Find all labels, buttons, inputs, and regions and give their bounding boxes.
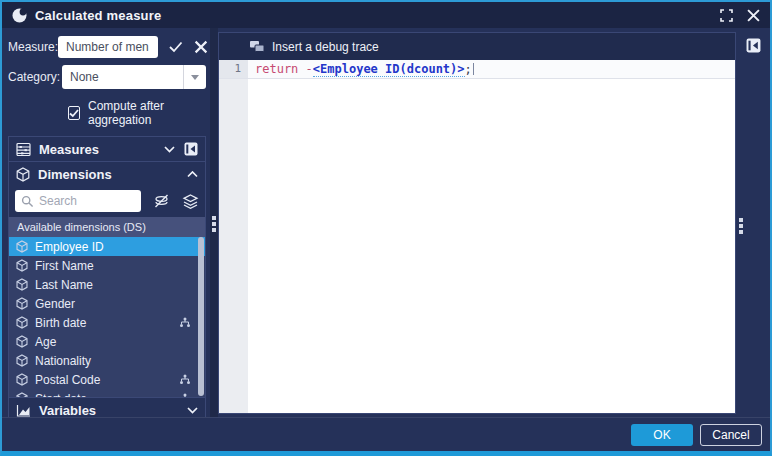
splitter-grip-icon xyxy=(212,216,216,232)
dimension-cube-icon xyxy=(16,335,28,348)
hierarchy-icon xyxy=(179,374,191,385)
confirm-measure-icon[interactable] xyxy=(169,41,183,53)
dimension-list-scrollbar[interactable] xyxy=(198,237,204,396)
section-measures: Measures xyxy=(8,136,206,162)
section-dimensions: Dimensions xyxy=(8,161,206,398)
dimension-list: Available dimensions (DS) Employee ID Fi… xyxy=(9,217,205,397)
category-row: Category: None xyxy=(8,65,206,89)
dimension-items: Employee ID First Name Last Name xyxy=(9,237,205,397)
measures-section-header[interactable]: Measures xyxy=(9,137,205,161)
dimension-item-label: Start date xyxy=(35,392,179,398)
measure-label: Measure: xyxy=(8,40,58,54)
dimension-cube-icon xyxy=(16,259,28,272)
dimension-item[interactable]: Nationality xyxy=(9,351,205,370)
hide-empty-filter-icon[interactable] xyxy=(153,194,170,208)
accordion: Measures xyxy=(8,136,206,448)
editor-gutter xyxy=(219,79,248,413)
dimension-cube-icon xyxy=(16,240,28,253)
measures-expand-chevron-icon[interactable] xyxy=(164,146,175,153)
dimension-item-label: Birth date xyxy=(35,316,179,330)
dimension-item[interactable]: Employee ID xyxy=(9,237,205,256)
hierarchy-icon xyxy=(179,393,191,397)
dimensions-search-row xyxy=(9,186,205,217)
code-semicolon: ; xyxy=(465,62,472,76)
right-rail xyxy=(736,28,770,417)
search-icon xyxy=(21,194,34,212)
line-number: 1 xyxy=(219,60,248,78)
category-select[interactable]: None xyxy=(62,65,206,89)
layers-icon[interactable] xyxy=(182,194,199,209)
variables-chart-icon xyxy=(16,404,31,417)
collapse-panel-icon[interactable] xyxy=(184,142,198,156)
close-icon[interactable] xyxy=(747,9,760,22)
dimension-cube-icon xyxy=(16,354,28,367)
category-select-value: None xyxy=(62,70,183,84)
measure-row: Measure: xyxy=(8,36,206,58)
dimension-item-label: Last Name xyxy=(35,278,205,292)
fullscreen-icon[interactable] xyxy=(720,9,733,22)
dimensions-section-header[interactable]: Dimensions xyxy=(9,162,205,186)
dialog-footer: OK Cancel xyxy=(2,417,770,451)
dialog-titlebar: Calculated measure xyxy=(2,2,770,28)
search-wrap xyxy=(15,190,141,212)
sidebar: Measure: Category: None xyxy=(8,36,206,417)
dimension-item[interactable]: Postal Code xyxy=(9,370,205,389)
dimension-item-label: Age xyxy=(35,335,205,349)
dimension-item-label: Employee ID xyxy=(35,240,205,254)
text-caret xyxy=(473,63,474,75)
code-measure-reference: <Employee ID(dcount)> xyxy=(313,62,465,77)
measure-input[interactable] xyxy=(58,36,158,58)
code-operator: - xyxy=(298,62,312,76)
variables-expand-chevron-icon[interactable] xyxy=(187,407,198,414)
clear-measure-icon[interactable] xyxy=(194,40,208,54)
collapse-editor-panel-icon[interactable] xyxy=(746,38,761,57)
variables-section-title: Variables xyxy=(39,403,178,418)
dimension-item-label: Gender xyxy=(35,297,205,311)
chevron-down-icon xyxy=(191,75,199,80)
dialog-body: Measure: Category: None xyxy=(2,28,770,417)
dimensions-cube-icon xyxy=(16,167,30,182)
compute-after-aggregation-toggle[interactable]: Compute after aggregation xyxy=(68,99,206,127)
cancel-button[interactable]: Cancel xyxy=(700,424,762,446)
compute-checkbox-label: Compute after aggregation xyxy=(88,99,206,127)
dimension-item[interactable]: Birth date xyxy=(9,313,205,332)
measures-icon xyxy=(16,142,31,157)
dimension-list-header: Available dimensions (DS) xyxy=(9,217,205,237)
dimensions-collapse-chevron-icon[interactable] xyxy=(187,171,198,178)
dimension-item-label: Postal Code xyxy=(35,373,179,387)
dimension-item-label: Nationality xyxy=(35,354,205,368)
compute-checkbox[interactable] xyxy=(68,106,80,120)
editor-toolbar: Insert a debug trace xyxy=(219,33,735,60)
app-logo-icon xyxy=(12,8,27,23)
code-line-1[interactable]: 1 return -<Employee ID(dcount)>; xyxy=(219,60,735,79)
dimension-item[interactable]: Last Name xyxy=(9,275,205,294)
measures-section-title: Measures xyxy=(39,142,155,157)
hierarchy-icon xyxy=(179,317,191,328)
category-select-caret-box[interactable] xyxy=(183,65,206,89)
dialog-title: Calculated measure xyxy=(35,8,161,23)
code-text: return -<Employee ID(dcount)>; xyxy=(248,60,474,78)
dimension-cube-icon xyxy=(16,297,28,310)
dimension-item[interactable]: First Name xyxy=(9,256,205,275)
ok-button[interactable]: OK xyxy=(631,424,693,446)
dimensions-section-title: Dimensions xyxy=(38,167,178,182)
insert-debug-trace-label: Insert a debug trace xyxy=(272,40,379,54)
dimension-item-label: First Name xyxy=(35,259,205,273)
dimension-cube-icon xyxy=(16,373,28,386)
dimension-item[interactable]: Age xyxy=(9,332,205,351)
code-editor-panel: Insert a debug trace 1 return -<Employee… xyxy=(218,32,736,414)
category-label: Category: xyxy=(8,70,62,84)
panel-splitter[interactable] xyxy=(210,28,218,417)
code-keyword: return xyxy=(255,62,298,76)
dimension-cube-icon xyxy=(16,278,28,291)
debug-trace-icon xyxy=(249,40,265,53)
code-area[interactable]: 1 return -<Employee ID(dcount)>; xyxy=(219,60,735,413)
dimension-cube-icon xyxy=(16,316,28,329)
dimension-item[interactable]: Start date xyxy=(9,389,205,397)
dimension-item[interactable]: Gender xyxy=(9,294,205,313)
dimension-cube-icon xyxy=(16,392,28,397)
calculated-measure-dialog: Calculated measure Measure: xyxy=(0,0,772,456)
insert-debug-trace-button[interactable]: Insert a debug trace xyxy=(249,40,379,54)
right-splitter-grip-icon[interactable] xyxy=(739,218,743,234)
